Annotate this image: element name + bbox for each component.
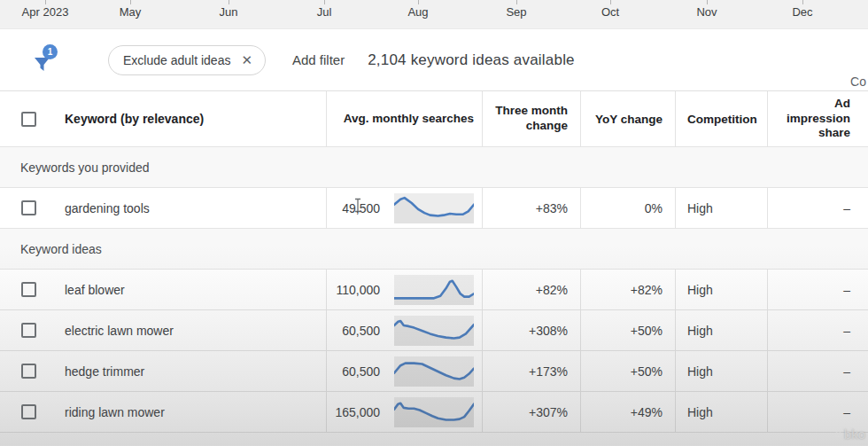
filter-chip-label: Exclude adult ideas [123,53,230,67]
row-checkbox[interactable] [21,404,36,419]
row-checkbox[interactable] [21,282,36,297]
month-label: Sep [506,5,526,19]
table-row: leaf blower 110,000 +82% +82% High – [0,270,868,310]
keyword-cell: hedge trimmer [65,364,144,379]
filter-count-badge: 1 [43,44,58,59]
month-label: Jun [220,5,238,19]
header-ad-impression-share[interactable]: Ad impression share [768,91,868,146]
partial-next-row [0,433,868,445]
header-yoy-change[interactable]: YoY change [581,91,676,146]
month-label: Jul [317,5,332,19]
three-month-change-value: +82% [483,270,581,309]
row-checkbox[interactable] [21,323,36,338]
ad-impression-share-value: – [768,351,868,391]
axis-tick [229,0,229,4]
competition-value: High [676,351,768,391]
row-checkbox[interactable] [21,200,36,215]
row-checkbox[interactable] [21,364,36,379]
add-filter-button[interactable]: Add filter [292,52,345,67]
axis-tick [45,0,46,4]
axis-tick [130,0,131,4]
header-avg-monthly-searches[interactable]: Avg. monthly searches [327,91,483,146]
month-label: Oct [601,5,619,19]
header-keyword-label: Keyword (by relevance) [65,112,204,126]
yoy-change-value: +50% [581,351,676,391]
keyword-cell: leaf blower [65,283,125,297]
keyword-cell: riding lawn mower [65,405,165,419]
chip-close-icon[interactable]: ✕ [241,53,252,67]
table-row: riding lawn mower 165,000 +307% +49% Hig… [0,392,868,433]
section-label: Keyword ideas [0,229,868,270]
axis-tick [516,0,517,4]
month-label: May [120,5,142,19]
watermark-text: bko [844,426,865,442]
yoy-change-value: 0% [581,188,676,228]
avg-monthly-searches-value: 60,500 [342,364,380,379]
yoy-change-value: +82% [581,270,676,309]
axis-tick [707,0,708,4]
three-month-change-value: +308% [483,310,581,350]
table-row: gardening tools 49,500 +83% 0% High – [0,188,868,229]
avg-monthly-searches-value: 110,000 [336,283,380,297]
search-trend-sparkline [394,356,474,387]
header-keyword: Keyword (by relevance) [0,91,327,146]
header-three-month-change[interactable]: Three month change [483,91,581,146]
filter-funnel-icon[interactable]: 1 [32,46,58,74]
month-label: Nov [696,5,717,19]
axis-tick [802,0,803,4]
keyword-cell: electric lawn mower [65,324,174,338]
search-trend-sparkline [394,397,474,427]
section-label: Keywords you provided [0,147,868,188]
competition-value: High [676,270,768,309]
competition-value: High [676,392,768,432]
month-label: Apr 2023 [22,5,69,19]
ad-impression-share-value: – [768,270,868,309]
three-month-change-value: +307% [483,392,581,432]
axis-tick [418,0,419,4]
competition-value: High [676,188,768,228]
search-trend-sparkline [394,316,474,346]
three-month-change-value: +173% [483,351,581,391]
watermark-dot-icon [835,431,841,437]
table-row: hedge trimmer 60,500 +173% +50% High – [0,351,868,392]
ad-impression-share-value: – [768,188,868,228]
axis-tick [610,0,611,4]
keyword-table: Keyword (by relevance) Avg. monthly sear… [0,91,868,445]
filter-chip-exclude-adult-ideas[interactable]: Exclude adult ideas ✕ [108,45,266,75]
search-trend-sparkline [394,275,474,305]
ad-impression-share-value: – [768,310,868,350]
watermark: bko [835,426,865,442]
header-competition[interactable]: Competition [676,91,768,146]
keyword-planner-screen: Apr 2023MayJunJulAugSepOctNovDec 1 Exclu… [0,0,868,446]
yoy-change-value: +50% [581,310,676,350]
table-body: Keywords you provided gardening tools 49… [0,147,868,433]
keyword-cell: gardening tools [65,201,150,215]
axis-tick [324,0,325,4]
three-month-change-value: +83% [483,188,581,228]
timeline-axis: Apr 2023MayJunJulAugSepOctNovDec [0,0,868,29]
select-all-checkbox[interactable] [21,112,36,127]
filter-bar: 1 Exclude adult ideas ✕ Add filter 2,104… [0,29,868,91]
search-trend-sparkline [394,193,474,223]
avg-monthly-searches-value: 60,500 [342,324,380,338]
table-header-row: Keyword (by relevance) Avg. monthly sear… [0,91,868,147]
text-cursor-icon [353,198,362,215]
avg-monthly-searches-value: 165,000 [335,405,380,419]
month-label: Dec [792,5,812,19]
competition-value: High [676,310,768,350]
month-label: Aug [407,5,428,19]
table-row: electric lawn mower 60,500 +308% +50% Hi… [0,310,868,351]
keyword-ideas-count: 2,104 keyword ideas available [368,51,575,69]
columns-button[interactable]: Co [850,74,866,89]
yoy-change-value: +49% [581,392,676,432]
